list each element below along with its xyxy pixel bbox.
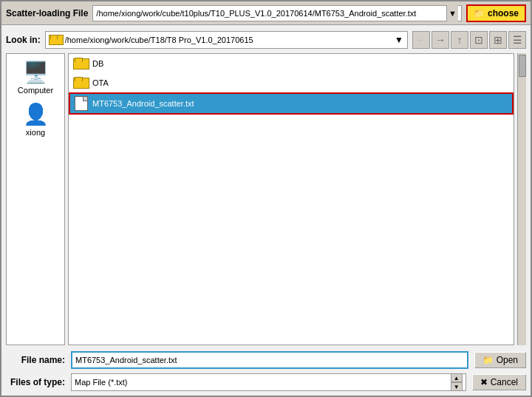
- copy-button[interactable]: ⊡: [470, 31, 488, 49]
- filetype-combo[interactable]: Map File (*.txt) ▲ ▼: [71, 373, 466, 391]
- quick-item-xiong[interactable]: 👤 xiong: [10, 99, 61, 140]
- cancel-label: Cancel: [491, 377, 518, 387]
- open-button[interactable]: 📁 Open: [474, 352, 526, 368]
- filename-row: File name: 📁 Open: [6, 351, 526, 369]
- open-label: Open: [497, 355, 518, 365]
- file-name-db: DB: [92, 59, 103, 68]
- cancel-button[interactable]: ✖ Cancel: [472, 374, 526, 390]
- folder-icon-db: [73, 58, 88, 69]
- filetype-arrow-down[interactable]: ▼: [451, 382, 463, 391]
- filename-label: File name:: [6, 355, 65, 365]
- scatter-path-combo[interactable]: /home/xiong/work/cube/t10plus/T10_PLUS_V…: [92, 5, 462, 21]
- quick-xiong-label: xiong: [26, 128, 45, 137]
- scatter-combo-arrow[interactable]: ▼: [446, 5, 458, 21]
- quick-item-computer[interactable]: 🖥️ Computer: [10, 57, 61, 98]
- look-in-path: /home/xiong/work/cube/T18/T8 Pro_V1.0_20…: [65, 35, 391, 44]
- up-button[interactable]: ↑: [451, 31, 468, 49]
- folder-icon-ota: [73, 77, 88, 89]
- scatter-label: Scatter-loading File: [6, 8, 88, 18]
- quick-panel: 🖥️ Computer 👤 xiong: [6, 53, 65, 345]
- scrollbar-thumb[interactable]: [519, 55, 526, 77]
- choose-button[interactable]: 📁 choose: [466, 4, 526, 22]
- look-in-folder-icon: [49, 35, 62, 45]
- scatter-bar: Scatter-loading File /home/xiong/work/cu…: [1, 1, 531, 25]
- list-view-button[interactable]: ☰: [508, 31, 526, 49]
- filetype-arrow-up[interactable]: ▲: [451, 373, 463, 382]
- file-item-ota[interactable]: OTA: [69, 73, 514, 92]
- grid-view-button[interactable]: ⊞: [489, 31, 507, 49]
- forward-button[interactable]: →: [432, 31, 449, 49]
- open-folder-icon: 📁: [482, 355, 494, 365]
- txt-icon-scatter: txt: [75, 96, 88, 111]
- look-in-combo[interactable]: /home/xiong/work/cube/T18/T8 Pro_V1.0_20…: [45, 31, 408, 49]
- choose-folder-icon: 📁: [474, 8, 485, 18]
- dialog: Scatter-loading File /home/xiong/work/cu…: [0, 0, 532, 397]
- look-in-label: Look in:: [6, 35, 41, 45]
- bottom-section: File name: 📁 Open Files of type: Map Fil…: [6, 348, 526, 391]
- file-list-panel: DB OTA txt MT6753_Android_scatter.txt: [68, 53, 514, 345]
- cancel-icon: ✖: [480, 377, 488, 387]
- file-item-scatter[interactable]: txt MT6753_Android_scatter.txt: [69, 92, 514, 115]
- main-content: Look in: /home/xiong/work/cube/T18/T8 Pr…: [1, 25, 531, 396]
- filetype-row: Files of type: Map File (*.txt) ▲ ▼ ✖ Ca…: [6, 373, 526, 391]
- look-in-arrow: ▼: [394, 35, 404, 45]
- file-name-scatter: MT6753_Android_scatter.txt: [92, 99, 194, 108]
- browser-area: 🖥️ Computer 👤 xiong DB OTA: [6, 53, 526, 345]
- file-item-db[interactable]: DB: [69, 54, 514, 73]
- filetype-label: Files of type:: [6, 377, 65, 387]
- scatter-path-text: /home/xiong/work/cube/t10plus/T10_PLUS_V…: [96, 9, 446, 18]
- nav-buttons: ← → ↑ ⊡ ⊞ ☰: [412, 31, 526, 49]
- filetype-text: Map File (*.txt): [75, 378, 451, 387]
- back-button[interactable]: ←: [412, 31, 430, 49]
- scrollbar-vertical[interactable]: [517, 53, 526, 345]
- quick-computer-label: Computer: [18, 86, 53, 95]
- filename-input[interactable]: [71, 351, 468, 369]
- choose-label: choose: [488, 8, 519, 18]
- file-name-ota: OTA: [92, 78, 109, 87]
- look-in-row: Look in: /home/xiong/work/cube/T18/T8 Pr…: [6, 30, 526, 50]
- filetype-arrows: ▲ ▼: [451, 373, 463, 391]
